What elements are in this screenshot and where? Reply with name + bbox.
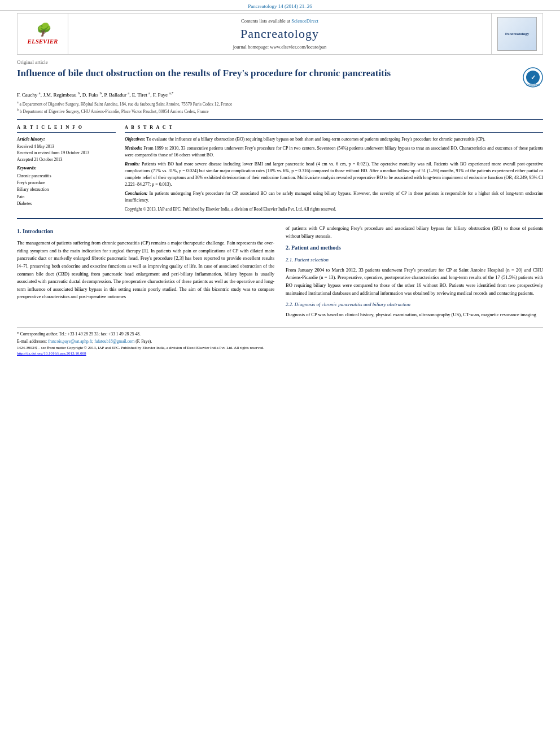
divider-top [17,119,543,120]
body-two-col: 1. Introduction The management of patien… [17,225,543,322]
footer-area: * Corresponding author. Tel.: +33 1 49 2… [17,327,543,356]
abstract-copyright: Copyright © 2013, IAP and EPC. Published… [125,206,543,212]
journal-name: Pancreatology [240,27,319,41]
history-label: Article history: [17,136,116,143]
body-col-left: 1. Introduction The management of patien… [17,225,274,322]
svg-text:CrossMark: CrossMark [526,83,540,86]
science-direct-link[interactable]: ScienceDirect [291,18,318,24]
elsevier-label: ELSEVIER [28,38,58,45]
received-date: Received 4 May 2013 [17,143,116,150]
abstract-col: A B S T R A C T Objectives: To evaluate … [125,124,543,212]
journal-thumbnail: Pancreatology [497,17,537,51]
crossmark-icon: ✓ CrossMark [523,67,543,88]
diagnosis-para1: Diagnosis of CP was based on clinical hi… [286,311,543,319]
affiliation-b: b b Department of Digestive Surgery, CHU… [17,107,543,115]
journal-header-center: Contents lists available at ScienceDirec… [68,14,492,54]
abstract-header: A B S T R A C T [125,124,543,133]
affiliation-a: a a Department of Digestive Surgery, Hôp… [17,100,543,107]
conclusion-text: In patients undergoing Frey's procedure … [125,191,543,203]
keyword-5: Diabetes [17,200,116,207]
info-abstract-section: A R T I C L E I N F O Article history: R… [17,124,543,212]
footer-issn: 1424-3903/$ – see front matter Copyright… [17,346,543,350]
accepted-date: Accepted 21 October 2013 [17,156,116,163]
affiliations: a a Department of Digestive Surgery, Hôp… [17,100,543,115]
body-col-right: of patients with CP undergoing Frey's pr… [286,225,543,322]
patient-selection-para1: From January 2004 to March 2012, 33 pati… [286,267,543,297]
journal-citation: Pancreatology 14 (2014) 21–26 [248,3,312,9]
methods-label: Methods: [125,146,142,151]
keyword-2: Frey's procedure [17,180,116,186]
article-main: Original article Influence of bile duct … [17,59,543,322]
body-area: 1. Introduction The management of patien… [17,218,543,322]
email-note: E-mail addresses: francois.paye@sat.aphp… [17,339,543,345]
elsevier-logo: 🌳 ELSEVIER [28,23,58,45]
objectives-text: To evaluate the influence of a biliary o… [146,137,485,142]
methods-text: From 1999 to 2010, 33 consecutive patien… [125,146,543,158]
email1-link[interactable]: francois.paye@sat.aphp.fr [48,339,92,344]
abstract-text: Objectives: To evaluate the influence of… [125,136,543,212]
article-type: Original article [17,59,543,65]
keyword-1: Chronic pancreatitis [17,173,116,179]
results-para: Results: Patients with BO had more sever… [125,161,543,188]
tree-icon: 🌳 [28,23,58,37]
objectives-label: Objectives: [125,137,145,142]
doi-link[interactable]: http://dx.doi.org/10.1016/j.pan.2013.10.… [17,351,86,356]
conclusion-label: Conclusion: [125,191,147,196]
keywords-label: Keywords: [17,165,116,172]
patient-selection-heading: 2.1. Patient selection [286,256,543,264]
results-text: Patients with BO had more severe disease… [125,161,543,187]
homepage-line: journal homepage: www.elsevier.com/locat… [233,44,327,50]
authors-line: F. Cauchy a, J.M. Regimbeau b, D. Fuks b… [17,91,543,98]
intro-para1: The management of patients suffering fro… [17,239,274,301]
keyword-4: Pain [17,194,116,200]
diagnosis-heading: 2.2. Diagnosis of chronic pancreatitis a… [286,300,543,308]
methods-para: Methods: From 1999 to 2010, 33 consecuti… [125,145,543,159]
article-info-col: A R T I C L E I N F O Article history: R… [17,124,116,212]
contents-line: Contents lists available at ScienceDirec… [241,18,318,24]
footer-doi: http://dx.doi.org/10.1016/j.pan.2013.10.… [17,351,543,356]
article-title: Influence of bile duct obstruction on th… [17,67,517,80]
intro-heading: 1. Introduction [17,227,274,236]
article-info-header: A R T I C L E I N F O [17,124,116,133]
patient-methods-heading: 2. Patient and methods [286,243,543,252]
elsevier-logo-area: 🌳 ELSEVIER [18,14,68,54]
keyword-3: Biliary obstruction [17,186,116,193]
intro-para1-cont: of patients with CP undergoing Frey's pr… [286,225,543,240]
journal-header: 🌳 ELSEVIER Contents lists available at S… [17,13,543,55]
results-label: Results: [125,161,140,167]
received-revised: Received in revised form 19 October 2013 [17,150,116,156]
journal-thumbnail-area: Pancreatology [492,14,542,54]
article-title-row: Influence of bile duct obstruction on th… [17,67,543,88]
keywords-list: Chronic pancreatitis Frey's procedure Bi… [17,173,116,207]
corresponding-author-note: * Corresponding author. Tel.: +33 1 49 2… [17,331,543,338]
svg-text:✓: ✓ [531,74,536,81]
objectives-para: Objectives: To evaluate the influence of… [125,136,543,143]
email2-link[interactable]: fafatoub18@gmail.com [94,339,134,344]
conclusion-para: Conclusion: In patients undergoing Frey'… [125,190,543,204]
journal-top-bar: Pancreatology 14 (2014) 21–26 [0,0,560,11]
